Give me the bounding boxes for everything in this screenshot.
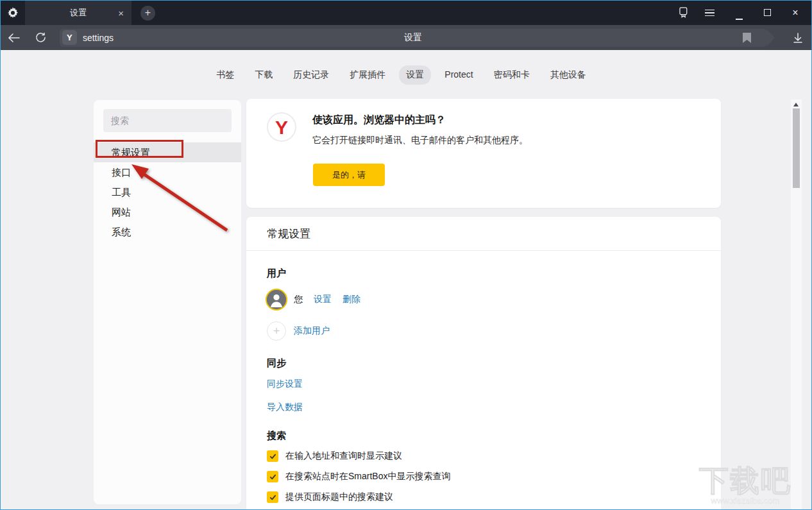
nav-tab-extensions[interactable]: 扩展插件 bbox=[343, 65, 393, 85]
nav-tab-protect[interactable]: Protect bbox=[437, 65, 480, 85]
tab-settings[interactable]: 设置 × bbox=[25, 1, 131, 25]
url-text: settings bbox=[83, 33, 114, 43]
checkbox-smartbox[interactable] bbox=[267, 471, 278, 482]
address-bar-page-title: 设置 bbox=[60, 32, 766, 44]
sync-settings-link[interactable]: 同步设置 bbox=[267, 378, 721, 390]
search-option-row-clipped: 提供页面标题中的搜索建议 bbox=[267, 491, 721, 503]
tab-title: 设置 bbox=[70, 7, 87, 19]
nav-tab-downloads[interactable]: 下载 bbox=[248, 65, 280, 85]
user-name: 您 bbox=[294, 294, 303, 305]
sidebar-search-input[interactable] bbox=[103, 109, 232, 132]
tabs-panel-icon[interactable] bbox=[677, 6, 688, 20]
scrollbar-thumb[interactable] bbox=[793, 108, 800, 188]
nav-tab-bookmarks[interactable]: 书签 bbox=[209, 65, 241, 85]
general-settings-header: 常规设置 bbox=[246, 217, 721, 251]
minimize-button[interactable] bbox=[733, 8, 745, 18]
add-user-plus-icon[interactable]: + bbox=[267, 321, 286, 341]
toolbar: Y settings 设置 bbox=[1, 25, 811, 50]
default-browser-description: 它会打开链接即时通讯、电子邮件的客户和其他程序。 bbox=[312, 135, 528, 146]
menu-icon[interactable] bbox=[705, 10, 716, 17]
add-user-row[interactable]: + 添加用户 bbox=[267, 321, 721, 341]
default-browser-title: 使该应用。浏览器中的主吗？ bbox=[312, 114, 446, 127]
new-tab-button[interactable]: + bbox=[140, 6, 155, 21]
user-configure-link[interactable]: 设置 bbox=[314, 294, 332, 305]
search-option-row: 在搜索站点时在SmartBox中显示搜索查询 bbox=[267, 471, 721, 482]
nav-tab-history[interactable]: 历史记录 bbox=[286, 65, 336, 85]
nav-tab-other-devices[interactable]: 其他设备 bbox=[543, 65, 593, 85]
page-scrollbar[interactable] bbox=[791, 99, 802, 510]
browser-window: 设置 × + × bbox=[0, 0, 812, 510]
user-avatar[interactable] bbox=[266, 289, 287, 310]
checkbox-label: 提供页面标题中的搜索建议 bbox=[285, 491, 393, 503]
users-heading: 用户 bbox=[267, 268, 721, 280]
bookmark-flag-icon[interactable] bbox=[743, 33, 751, 46]
default-browser-card: Y 使该应用。浏览器中的主吗？ 它会打开链接即时通讯、电子邮件的客户和其他程序。… bbox=[246, 99, 721, 208]
checkbox-label: 在输入地址和查询时显示建议 bbox=[285, 450, 402, 462]
general-settings-card: 常规设置 用户 您 设置 删除 + 添加用户 同步 bbox=[246, 217, 721, 510]
annotation-arrow bbox=[123, 158, 235, 238]
scrollbar-up-icon[interactable] bbox=[793, 103, 799, 106]
yandex-favicon: Y bbox=[62, 30, 77, 45]
yandex-logo: Y bbox=[267, 112, 296, 142]
nav-tab-passwords[interactable]: 密码和卡 bbox=[487, 65, 537, 85]
downloads-icon[interactable] bbox=[784, 32, 811, 44]
import-data-link[interactable]: 导入数据 bbox=[267, 402, 721, 413]
search-heading: 搜索 bbox=[267, 430, 721, 442]
gear-icon[interactable] bbox=[1, 7, 25, 19]
refresh-icon[interactable] bbox=[28, 32, 55, 43]
search-option-row: 在输入地址和查询时显示建议 bbox=[267, 450, 721, 462]
back-icon[interactable] bbox=[1, 33, 28, 43]
maximize-button[interactable] bbox=[761, 8, 773, 18]
user-delete-link[interactable]: 删除 bbox=[343, 294, 360, 305]
confirm-default-button[interactable]: 是的，请 bbox=[313, 164, 385, 186]
checkbox-suggestions[interactable] bbox=[267, 450, 278, 462]
annotation-highlight-rect bbox=[96, 140, 183, 158]
add-user-link[interactable]: 添加用户 bbox=[294, 325, 330, 337]
checkbox-label: 在搜索站点时在SmartBox中显示搜索查询 bbox=[285, 471, 450, 482]
settings-page: 书签 下载 历史记录 扩展插件 设置 Protect 密码和卡 其他设备 常规设… bbox=[1, 50, 802, 510]
checkbox-page-suggestions[interactable] bbox=[267, 491, 278, 503]
sync-heading: 同步 bbox=[267, 357, 721, 370]
user-row: 您 设置 删除 bbox=[266, 289, 721, 310]
top-nav: 书签 下载 历史记录 扩展插件 设置 Protect 密码和卡 其他设备 bbox=[1, 65, 802, 85]
tab-close-icon[interactable]: × bbox=[118, 8, 124, 19]
address-bar[interactable]: Y settings 设置 bbox=[60, 29, 766, 47]
window-close-button[interactable]: × bbox=[790, 7, 801, 19]
tab-strip: 设置 × + × bbox=[1, 1, 811, 25]
nav-tab-settings[interactable]: 设置 bbox=[399, 65, 431, 85]
